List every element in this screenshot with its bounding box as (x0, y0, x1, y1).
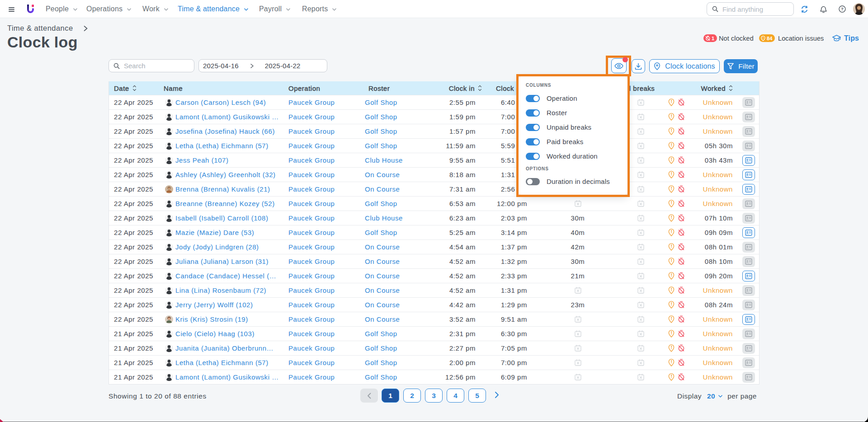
svg-text:?: ? (841, 6, 844, 11)
